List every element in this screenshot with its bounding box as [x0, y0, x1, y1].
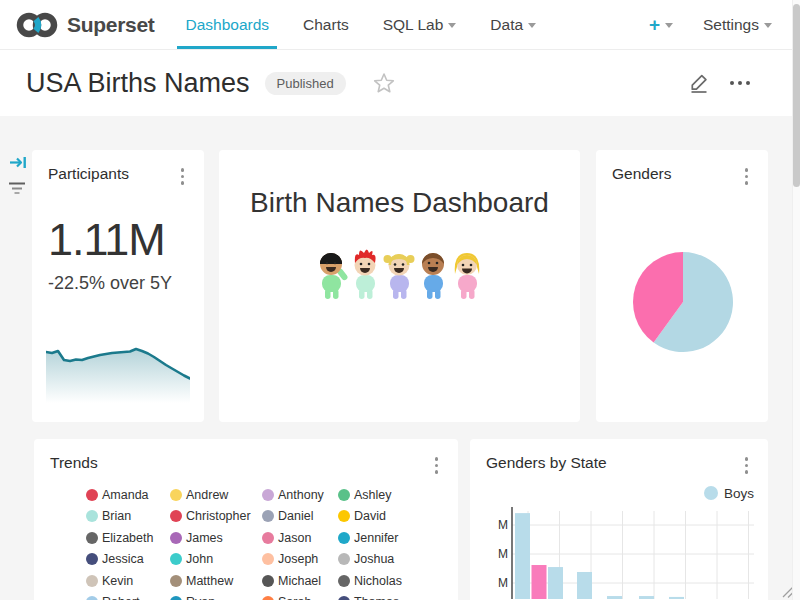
legend-dot — [262, 553, 274, 565]
edit-dashboard-button[interactable] — [688, 72, 710, 94]
superset-logo[interactable]: Superset — [14, 0, 154, 49]
dashboard-headline: Birth Names Dashboard — [219, 187, 580, 219]
legend-dot — [170, 510, 182, 522]
legend-dot — [338, 532, 350, 544]
legend-label: Brian — [102, 509, 131, 523]
legend-label: Ryan — [186, 595, 215, 600]
expand-filter-arrow-icon — [9, 154, 28, 171]
legend-item[interactable]: Ryan — [170, 595, 262, 600]
kebab-menu-icon[interactable] — [741, 454, 753, 477]
legend-label: Robert — [102, 595, 140, 600]
nav-menu: Dashboards Charts SQL Lab Data — [168, 0, 553, 49]
legend-dot — [262, 532, 274, 544]
legend-label: Christopher — [186, 509, 251, 523]
genders-by-state-bar-chart: 5M4M3M — [498, 507, 766, 599]
legend-label: David — [354, 509, 386, 523]
edit-pencil-icon — [688, 72, 710, 94]
legend-label: John — [186, 552, 213, 566]
legend-dot — [338, 510, 350, 522]
plus-icon: + — [649, 15, 660, 34]
caret-down-icon — [665, 23, 673, 28]
legend-dot — [86, 575, 98, 587]
card-genders-by-state: Genders by State Boys 5M4M3M — [470, 439, 768, 600]
card-title: Trends — [50, 454, 98, 472]
legend-item[interactable]: Joshua — [338, 552, 418, 566]
top-nav: Superset Dashboards Charts SQL Lab Data … — [0, 0, 800, 50]
legend-item[interactable]: Christopher — [170, 509, 262, 523]
new-item-button[interactable]: + — [649, 15, 673, 34]
legend-item[interactable]: Jason — [262, 531, 338, 545]
kebab-menu-icon[interactable] — [431, 454, 443, 477]
caret-down-icon — [764, 23, 772, 28]
legend-item[interactable]: John — [170, 552, 262, 566]
legend-label: James — [186, 531, 223, 545]
settings-menu[interactable]: Settings — [703, 16, 772, 34]
legend-label: Jessica — [102, 552, 144, 566]
title-actions — [688, 72, 774, 94]
legend-dot — [338, 575, 350, 587]
legend-item[interactable]: Anthony — [262, 488, 338, 502]
legend-item[interactable]: Kevin — [86, 574, 170, 588]
legend-label: Kevin — [102, 574, 133, 588]
caret-down-icon — [448, 23, 456, 28]
nav-right: + Settings — [649, 0, 772, 49]
legend-dot — [86, 489, 98, 501]
more-actions-button[interactable] — [730, 81, 750, 85]
legend-item[interactable]: Sarah — [262, 595, 338, 600]
kebab-menu-icon[interactable] — [177, 165, 189, 188]
legend-item[interactable]: James — [170, 531, 262, 545]
legend-label: Michael — [278, 574, 321, 588]
svg-text:5M: 5M — [498, 518, 508, 532]
legend-dot — [704, 486, 718, 500]
legend-item-boys[interactable]: Boys — [470, 486, 768, 501]
filter-list-button[interactable] — [8, 181, 26, 200]
infinity-logo-icon — [14, 8, 60, 42]
legend-item[interactable]: Brian — [86, 509, 170, 523]
card-genders: Genders — [596, 150, 768, 422]
card-participants: Participants 1.11M -22.5% over 5Y — [32, 150, 204, 422]
trends-legend: AmandaAndrewAnthonyAshleyBrianChristophe… — [86, 488, 458, 600]
legend-item[interactable]: Jennifer — [338, 531, 418, 545]
legend-item[interactable]: Andrew — [170, 488, 262, 502]
ellipsis-icon — [730, 81, 734, 85]
legend-label: Thomas — [354, 595, 399, 600]
legend-dot — [262, 575, 274, 587]
svg-text:4M: 4M — [498, 547, 508, 561]
genders-pie-chart — [623, 242, 743, 362]
brand-name: Superset — [67, 13, 154, 37]
legend-item[interactable]: Jessica — [86, 552, 170, 566]
legend-item[interactable]: Joseph — [262, 552, 338, 566]
scrollbar-thumb[interactable] — [793, 4, 800, 187]
expand-filter-bar-button[interactable] — [9, 154, 28, 175]
kebab-menu-icon[interactable] — [741, 165, 753, 188]
legend-item[interactable]: Robert — [86, 595, 170, 600]
legend-item[interactable]: Matthew — [170, 574, 262, 588]
legend-item[interactable]: Amanda — [86, 488, 170, 502]
card-title: Genders by State — [486, 454, 607, 472]
favorite-star-button[interactable] — [372, 71, 396, 95]
legend-label: Jason — [278, 531, 311, 545]
legend-item[interactable]: Nicholas — [338, 574, 418, 588]
card-trends: Trends AmandaAndrewAnthonyAshleyBrianChr… — [34, 439, 458, 600]
nav-item-data[interactable]: Data — [482, 0, 544, 49]
legend-label: Andrew — [186, 488, 228, 502]
legend-label: Joshua — [354, 552, 394, 566]
nav-item-dashboards[interactable]: Dashboards — [177, 0, 277, 49]
legend-item[interactable]: Daniel — [262, 509, 338, 523]
published-badge[interactable]: Published — [265, 72, 346, 95]
legend-item[interactable]: Ashley — [338, 488, 418, 502]
legend-dot — [338, 596, 350, 600]
legend-dot — [170, 596, 182, 600]
dashboard-header: USA Births Names Published — [0, 50, 800, 116]
caret-down-icon — [528, 23, 536, 28]
card-birth-names-headline: Birth Names Dashboard — [219, 150, 580, 422]
page-title: USA Births Names — [26, 68, 250, 99]
nav-item-sql-lab[interactable]: SQL Lab — [375, 0, 465, 49]
nav-item-charts[interactable]: Charts — [295, 0, 357, 49]
legend-item[interactable]: Thomas — [338, 595, 418, 600]
legend-dot — [262, 510, 274, 522]
legend-item[interactable]: David — [338, 509, 418, 523]
card-title: Genders — [612, 165, 671, 183]
legend-item[interactable]: Michael — [262, 574, 338, 588]
legend-item[interactable]: Elizabeth — [86, 531, 170, 545]
